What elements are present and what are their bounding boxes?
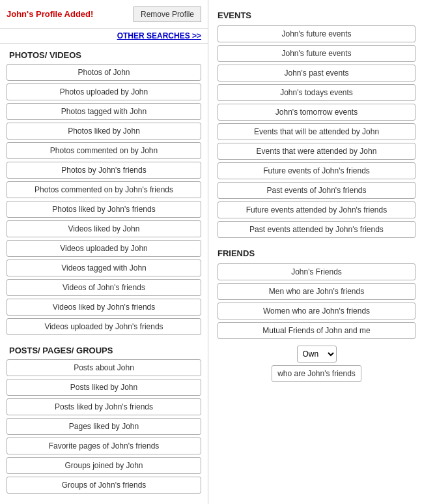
list-item[interactable]: Future events of John's friends xyxy=(218,162,415,179)
list-item[interactable]: Videos tagged with John xyxy=(7,259,201,276)
friends-row-dropdown: OwnOther who are John's friends xyxy=(218,346,415,382)
photos-videos-list: Photos of JohnPhotos uploaded by JohnPho… xyxy=(0,64,208,339)
own-select[interactable]: OwnOther xyxy=(297,346,337,363)
profile-added-text: John's Profile Added! xyxy=(7,9,93,19)
list-item[interactable]: Groups joined by John xyxy=(7,457,201,474)
list-item[interactable]: Posts liked by John's friends xyxy=(7,398,201,415)
events-list: John's future eventsJohn's future events… xyxy=(218,25,415,238)
list-item[interactable]: Photos liked by John's friends xyxy=(7,201,201,218)
left-panel: John's Profile Added! Remove Profile OTH… xyxy=(0,0,208,504)
remove-profile-button[interactable]: Remove Profile xyxy=(134,7,201,22)
right-scroll-area: EVENTS John's future eventsJohn's future… xyxy=(208,0,422,504)
list-item[interactable]: Videos liked by John xyxy=(7,220,201,237)
other-searches-bar: OTHER SEARCHES >> xyxy=(0,29,208,44)
list-item[interactable]: Pages liked by John xyxy=(7,418,201,435)
list-item[interactable]: Events that will be attended by John xyxy=(218,123,415,140)
list-item[interactable]: Posts about John xyxy=(7,359,201,376)
other-searches-link[interactable]: OTHER SEARCHES >> xyxy=(117,31,201,40)
list-item[interactable]: John's todays events xyxy=(218,84,415,101)
list-item[interactable]: John's future events xyxy=(218,45,415,62)
list-item[interactable]: Photos liked by John xyxy=(7,123,201,140)
posts-pages-groups-section-title: POSTS/ PAGES/ GROUPS xyxy=(0,339,208,359)
list-item[interactable]: Photos of John xyxy=(7,64,201,81)
list-item[interactable]: Videos of John's friends xyxy=(7,279,201,296)
who-are-friends-button[interactable]: who are John's friends xyxy=(272,365,361,382)
posts-pages-groups-list: Posts about JohnPosts liked by JohnPosts… xyxy=(0,359,208,497)
list-item[interactable]: Photos commented on by John's friends xyxy=(7,181,201,198)
list-item[interactable]: John's past events xyxy=(218,65,415,82)
events-section-title: EVENTS xyxy=(218,7,415,25)
list-item[interactable]: Events that were attended by John xyxy=(218,143,415,160)
main-container: John's Profile Added! Remove Profile OTH… xyxy=(0,0,422,504)
list-item[interactable]: Posts liked by John xyxy=(7,379,201,396)
list-item[interactable]: Future events attended by John's friends xyxy=(218,201,415,218)
list-item[interactable]: Photos by John's friends xyxy=(7,162,201,179)
right-panel: EVENTS John's future eventsJohn's future… xyxy=(208,0,422,504)
list-item[interactable]: Past events of John's friends xyxy=(218,182,415,199)
list-item[interactable]: Past events attended by John's friends xyxy=(218,221,415,238)
list-item[interactable]: Groups of John's friends xyxy=(7,477,201,494)
photos-videos-section-title: PHOTOS/ VIDEOS xyxy=(0,44,208,64)
list-item[interactable]: John's future events xyxy=(218,25,415,42)
list-item[interactable]: Photos uploaded by John xyxy=(7,83,201,100)
list-item[interactable]: Women who are John's friends xyxy=(218,303,415,319)
list-item[interactable]: Videos liked by John's friends xyxy=(7,299,201,316)
friends-list: John's FriendsMen who are John's friends… xyxy=(218,263,415,339)
friends-section-title: FRIENDS xyxy=(218,245,415,263)
list-item[interactable]: John's tomorrow events xyxy=(218,104,415,121)
list-item[interactable]: Favorite pages of John's friends xyxy=(7,437,201,454)
list-item[interactable]: Videos uploaded by John's friends xyxy=(7,318,201,335)
list-item[interactable]: Photos commented on by John xyxy=(7,142,201,159)
list-item[interactable]: Videos uploaded by John xyxy=(7,240,201,257)
list-item[interactable]: John's Friends xyxy=(218,263,415,280)
list-item[interactable]: Mutual Friends of John and me xyxy=(218,322,415,339)
left-header: John's Profile Added! Remove Profile xyxy=(0,0,208,29)
list-item[interactable]: Men who are John's friends xyxy=(218,283,415,300)
list-item[interactable]: Photos tagged with John xyxy=(7,103,201,120)
left-scroll-area: PHOTOS/ VIDEOS Photos of JohnPhotos uplo… xyxy=(0,44,208,504)
